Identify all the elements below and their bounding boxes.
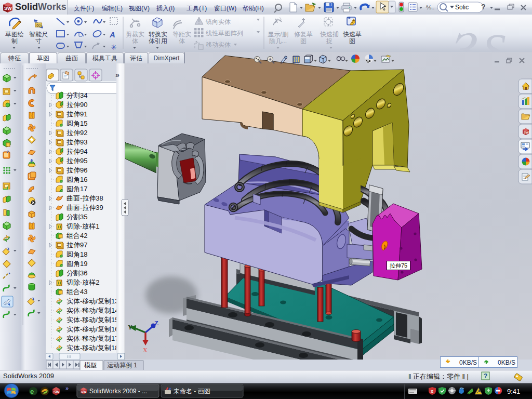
svg-text:拉伸97: 拉伸97 — [66, 241, 87, 249]
svg-text:实体-移动/复制15: 实体-移动/复制15 — [66, 316, 118, 324]
svg-text:实体-移动/复制16: 实体-移动/复制16 — [66, 325, 118, 333]
svg-text:SW: SW — [82, 390, 87, 393]
svg-text:»: » — [65, 385, 69, 391]
svg-text:0KB/S: 0KB/S — [498, 359, 515, 366]
svg-text:拉伸93: 拉伸93 — [66, 138, 87, 146]
svg-text:?: ? — [481, 3, 486, 11]
svg-text:✳: ✳ — [111, 43, 117, 51]
svg-text:A: A — [109, 30, 115, 39]
svg-text:圆角15: 圆角15 — [66, 119, 87, 127]
svg-text:实体-移动/复制13: 实体-移动/复制13 — [66, 297, 118, 305]
svg-text:曲面-拉伸38: 曲面-拉伸38 — [66, 194, 103, 202]
svg-text:组合42: 组合42 — [66, 232, 87, 240]
svg-text:运动算例 1: 运动算例 1 — [107, 362, 137, 369]
svg-text:Ɜ: Ɜ — [448, 23, 477, 52]
svg-text:分割36: 分割36 — [66, 269, 87, 277]
svg-text:⅍..: ⅍.. — [425, 4, 434, 10]
svg-text:圆角17: 圆角17 — [66, 185, 87, 193]
svg-text:分割34: 分割34 — [66, 91, 87, 99]
svg-text:拉伸96: 拉伸96 — [66, 166, 87, 174]
svg-text:SolidWorks 2009 - ...: SolidWorks 2009 - ... — [89, 388, 147, 395]
svg-text:60: 60 — [36, 23, 41, 27]
svg-text:Solic: Solic — [455, 4, 469, 11]
svg-text:模型: 模型 — [84, 362, 97, 369]
svg-text:拉伸95: 拉伸95 — [66, 157, 87, 165]
svg-text:9:41: 9:41 — [507, 388, 520, 395]
svg-text:X: X — [143, 347, 148, 354]
svg-text:分割35: 分割35 — [66, 213, 87, 221]
svg-text:圆角18: 圆角18 — [66, 250, 87, 258]
svg-text:x: x — [431, 389, 433, 394]
svg-text:圆角19: 圆角19 — [66, 260, 87, 268]
svg-text:切除-放样2: 切除-放样2 — [66, 278, 100, 286]
svg-text:切除-放样1: 切除-放样1 — [66, 222, 100, 230]
svg-text:拉伸94: 拉伸94 — [66, 148, 87, 155]
svg-text:实体-移动/复制14: 实体-移动/复制14 — [66, 307, 118, 314]
svg-text:Y: Y — [128, 324, 132, 331]
svg-text:未命名 - 画图: 未命名 - 画图 — [174, 388, 210, 395]
svg-text:SW: SW — [4, 6, 12, 11]
svg-text:实体-移动/复制17: 实体-移动/复制17 — [66, 335, 118, 342]
svg-text:e: e — [30, 388, 34, 395]
svg-text:拉伸90: 拉伸90 — [66, 101, 87, 109]
svg-text:S: S — [482, 24, 506, 52]
svg-text:拉伸92: 拉伸92 — [66, 129, 87, 137]
svg-text:曲面-拉伸39: 曲面-拉伸39 — [66, 204, 103, 211]
svg-text:SW: SW — [54, 390, 60, 394]
svg-text:组合43: 组合43 — [66, 288, 87, 296]
svg-text:拉伸91: 拉伸91 — [66, 110, 87, 118]
svg-text:实体-移动/复制18: 实体-移动/复制18 — [66, 344, 118, 352]
svg-text:SW: SW — [524, 131, 529, 134]
svg-text:?: ? — [484, 373, 487, 380]
svg-text:Z: Z — [154, 320, 158, 327]
svg-text:圆角16: 圆角16 — [66, 176, 87, 183]
svg-text:0KB/S: 0KB/S — [459, 359, 477, 366]
